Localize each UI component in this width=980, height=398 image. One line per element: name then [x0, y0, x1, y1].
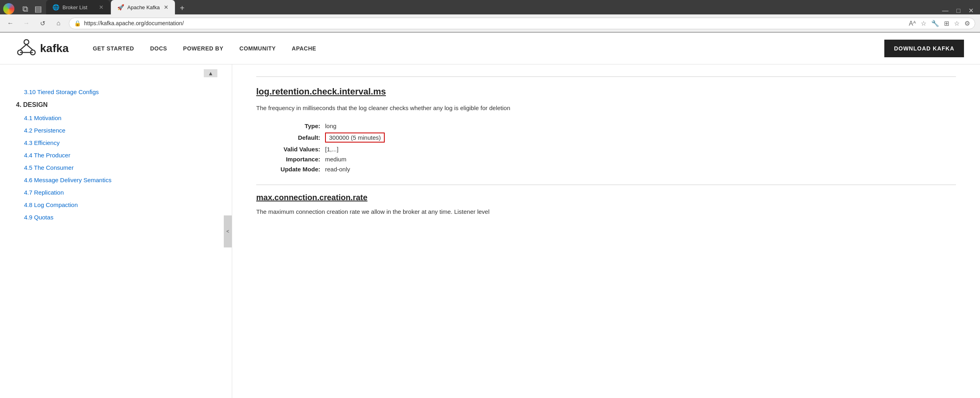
new-tab-button[interactable]: + — [176, 2, 189, 14]
back-button[interactable]: ← — [5, 18, 16, 29]
doc-fields-table: Type: long Default: 300000 (5 minutes) V… — [272, 123, 956, 173]
field-row-update-mode: Update Mode: read-only — [272, 166, 956, 173]
kafka-logo-icon — [16, 38, 37, 59]
svg-point-0 — [24, 40, 29, 44]
field-label-importance: Importance: — [272, 156, 320, 163]
lock-icon: 🔒 — [74, 20, 81, 26]
sidebar-item-efficiency[interactable]: 4.3 Efficiency — [0, 137, 232, 149]
favorites-bar-icon[interactable]: ☆ — [954, 20, 960, 27]
tab-switcher[interactable]: ⧉ — [22, 4, 28, 14]
url-bar-icons: Aᴬ ☆ 🔧 ⊞ ☆ ⚙ — [909, 20, 970, 27]
tab-icon: 🌐 — [52, 4, 59, 10]
nav-docs[interactable]: DOCS — [150, 45, 167, 52]
nav-links: GET STARTED DOCS POWERED BY COMMUNITY AP… — [93, 45, 885, 52]
tab-label: Broker List — [62, 4, 87, 10]
browser-chrome: ⧉ ▤ 🌐 Broker List ✕ 🚀 Apache Kafka ✕ + —… — [0, 0, 980, 32]
field-value-valid-values: [1,...] — [325, 146, 338, 153]
reload-button[interactable]: ↺ — [37, 18, 48, 29]
url-text: https://kafka.apache.org/documentation/ — [84, 20, 184, 26]
extension-icon[interactable]: 🔧 — [931, 20, 939, 27]
favorite-icon[interactable]: ☆ — [921, 20, 926, 27]
field-value-importance: medium — [325, 156, 346, 163]
sidebar-item-tiered-storage[interactable]: 3.10 Tiered Storage Configs — [0, 72, 232, 98]
tab-icon-kafka: 🚀 — [117, 4, 124, 10]
field-row-type: Type: long — [272, 123, 956, 129]
sidebar-item-log-compaction[interactable]: 4.8 Log Compaction — [0, 199, 232, 211]
sidebar-header-design: 4. DESIGN — [0, 98, 232, 112]
close-button[interactable]: ✕ — [968, 7, 974, 14]
field-label-update-mode: Update Mode: — [272, 166, 320, 173]
doc-description-2: The maximum connection creation rate we … — [256, 207, 956, 217]
section-divider — [256, 185, 956, 185]
sidebar-item-producer[interactable]: 4.4 The Producer — [0, 149, 232, 161]
field-label-valid-values: Valid Values: — [272, 146, 320, 153]
doc-title-2[interactable]: max.connection.creation.rate — [256, 193, 956, 202]
doc-title-1[interactable]: log.retention.check.interval.ms — [256, 86, 956, 97]
field-label-default: Default: — [272, 134, 320, 141]
sidebar-item-motivation[interactable]: 4.1 Motivation — [0, 112, 232, 124]
main-layout: ▲ 3.10 Tiered Storage Configs 4. DESIGN … — [0, 64, 980, 398]
svg-line-4 — [26, 44, 33, 50]
tab-bar: ⧉ ▤ 🌐 Broker List ✕ 🚀 Apache Kafka ✕ + —… — [0, 0, 980, 14]
field-label-type: Type: — [272, 123, 320, 129]
sidebar[interactable]: ▲ 3.10 Tiered Storage Configs 4. DESIGN … — [0, 64, 232, 398]
doc-description-1: The frequency in milliseconds that the l… — [256, 103, 956, 113]
sidebar-scroll-up[interactable]: ▲ — [204, 69, 217, 77]
download-kafka-button[interactable]: DOWNLOAD KAFKA — [884, 40, 964, 57]
tab-apache-kafka[interactable]: 🚀 Apache Kafka ✕ — [111, 0, 175, 14]
sidebar-item-replication[interactable]: 4.7 Replication — [0, 186, 232, 199]
sidebar-collapse-button[interactable]: < — [224, 215, 232, 247]
content-area: log.retention.check.interval.ms The freq… — [232, 64, 980, 398]
site-logo[interactable]: kafka — [16, 38, 69, 59]
field-row-importance: Importance: medium — [272, 156, 956, 163]
field-value-type: long — [325, 123, 336, 129]
sidebar-item-consumer[interactable]: 4.5 The Consumer — [0, 161, 232, 174]
sidebar-item-persistence[interactable]: 4.2 Persistence — [0, 124, 232, 137]
svg-line-3 — [20, 44, 26, 50]
tab-label-kafka: Apache Kafka — [127, 4, 160, 10]
nav-apache[interactable]: APACHE — [292, 45, 316, 52]
field-row-valid-values: Valid Values: [1,...] — [272, 146, 956, 153]
navbar: kafka GET STARTED DOCS POWERED BY COMMUN… — [0, 32, 980, 64]
page-wrapper: kafka GET STARTED DOCS POWERED BY COMMUN… — [0, 32, 980, 398]
settings-icon[interactable]: ⚙ — [964, 20, 970, 27]
split-view-icon[interactable]: ⊞ — [944, 20, 949, 27]
field-value-default: 300000 (5 minutes) — [325, 133, 385, 143]
nav-powered-by[interactable]: POWERED BY — [183, 45, 223, 52]
logo-text: kafka — [40, 42, 69, 55]
sidebar-toggle[interactable]: ▤ — [34, 4, 42, 14]
nav-community[interactable]: COMMUNITY — [239, 45, 276, 52]
tab-close-kafka[interactable]: ✕ — [164, 4, 169, 10]
field-row-default: Default: 300000 (5 minutes) — [272, 133, 956, 143]
sidebar-item-message-delivery[interactable]: 4.6 Message Delivery Semantics — [0, 174, 232, 186]
forward-button[interactable]: → — [21, 18, 32, 29]
tab-close-broker[interactable]: ✕ — [99, 4, 104, 10]
sidebar-item-quotas[interactable]: 4.9 Quotas — [0, 211, 232, 223]
browser-logo[interactable] — [3, 3, 14, 14]
tab-broker-list[interactable]: 🌐 Broker List ✕ — [46, 0, 110, 14]
nav-get-started[interactable]: GET STARTED — [93, 45, 134, 52]
read-mode-icon[interactable]: Aᴬ — [909, 20, 916, 27]
minimize-button[interactable]: — — [942, 7, 948, 14]
top-divider — [256, 76, 956, 77]
url-bar[interactable]: 🔒 https://kafka.apache.org/documentation… — [69, 18, 975, 29]
address-bar: ← → ↺ ⌂ 🔒 https://kafka.apache.org/docum… — [0, 14, 980, 32]
field-value-update-mode: read-only — [325, 166, 350, 173]
home-button[interactable]: ⌂ — [53, 18, 64, 29]
maximize-button[interactable]: □ — [956, 7, 960, 14]
